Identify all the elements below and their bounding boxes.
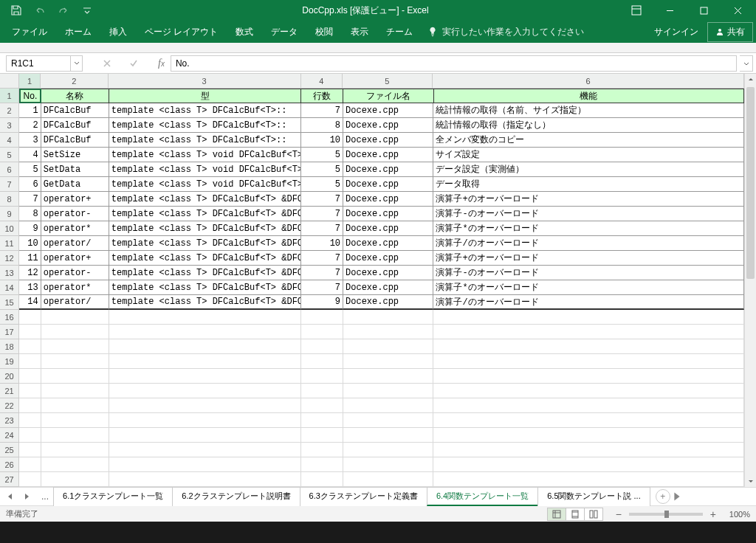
table-cell[interactable]: Docexe.cpp bbox=[343, 266, 433, 280]
tell-me-search[interactable]: 実行したい作業を入力してください bbox=[422, 26, 590, 38]
table-cell[interactable]: 演算子*のオーバーロード bbox=[433, 280, 744, 295]
empty-cell[interactable] bbox=[19, 310, 41, 325]
empty-cell[interactable] bbox=[343, 325, 433, 339]
empty-cell[interactable] bbox=[109, 325, 302, 339]
empty-cell[interactable] bbox=[41, 384, 109, 398]
empty-cell[interactable] bbox=[41, 369, 109, 384]
table-cell[interactable]: 4 bbox=[19, 148, 41, 162]
sheet-tab[interactable]: 6.2クラステンプレート説明書 bbox=[172, 487, 300, 506]
table-cell[interactable]: 8 bbox=[19, 207, 41, 221]
table-cell[interactable]: 14 bbox=[19, 295, 41, 310]
table-cell[interactable]: 2 bbox=[19, 118, 41, 133]
empty-cell[interactable] bbox=[433, 413, 744, 428]
table-cell[interactable]: Docexe.cpp bbox=[343, 103, 433, 118]
empty-cell[interactable] bbox=[433, 428, 744, 443]
redo-button[interactable] bbox=[53, 1, 74, 19]
row-header[interactable]: 7 bbox=[0, 177, 18, 192]
share-button[interactable]: 共有 bbox=[707, 22, 753, 42]
empty-cell[interactable] bbox=[41, 472, 109, 487]
table-cell[interactable]: DFCalcBuf bbox=[41, 103, 109, 118]
table-cell[interactable]: template <class T> DFCalcBuf<T> &DFCal bbox=[109, 192, 302, 207]
table-cell[interactable]: template <class T> DFCalcBuf<T> &DFCal bbox=[109, 251, 302, 266]
tab-scroll-right-button[interactable] bbox=[670, 490, 684, 503]
empty-cell[interactable] bbox=[109, 339, 302, 354]
table-cell[interactable]: 全メンバ変数のコピー bbox=[433, 133, 744, 148]
qat-customize-button[interactable] bbox=[77, 1, 97, 19]
row-header[interactable]: 22 bbox=[0, 398, 18, 413]
cell-grid[interactable]: No.名称型行数ファイル名機能1DFCalcBuftemplate <class… bbox=[19, 89, 744, 487]
empty-cell[interactable] bbox=[109, 443, 302, 457]
table-cell[interactable]: 7 bbox=[301, 251, 343, 266]
empty-cell[interactable] bbox=[41, 398, 109, 413]
table-cell[interactable]: Docexe.cpp bbox=[343, 192, 433, 207]
empty-cell[interactable] bbox=[19, 384, 41, 398]
table-cell[interactable]: operator* bbox=[41, 221, 109, 236]
name-box[interactable]: R1C1 bbox=[6, 55, 71, 72]
empty-cell[interactable] bbox=[19, 413, 41, 428]
empty-cell[interactable] bbox=[343, 354, 433, 369]
table-cell[interactable]: operator* bbox=[41, 280, 109, 295]
table-cell[interactable]: template <class T> DFCalcBuf<T> &DFCal bbox=[109, 221, 302, 236]
table-cell[interactable]: Docexe.cpp bbox=[343, 133, 433, 148]
empty-cell[interactable] bbox=[41, 443, 109, 457]
column-header[interactable]: 2 bbox=[41, 74, 109, 88]
empty-cell[interactable] bbox=[301, 472, 343, 487]
table-cell[interactable]: 7 bbox=[301, 103, 343, 118]
table-cell[interactable]: template <class T> DFCalcBuf<T>:: bbox=[109, 133, 302, 148]
empty-cell[interactable] bbox=[19, 369, 41, 384]
row-header[interactable]: 26 bbox=[0, 457, 18, 472]
row-header[interactable]: 5 bbox=[0, 148, 18, 162]
table-cell[interactable]: 演算子+のオーバーロード bbox=[433, 251, 744, 266]
table-cell[interactable]: GetData bbox=[41, 177, 109, 192]
ribbon-tab-1[interactable]: ホーム bbox=[56, 21, 100, 43]
table-cell[interactable]: Docexe.cpp bbox=[343, 177, 433, 192]
empty-cell[interactable] bbox=[433, 457, 744, 472]
empty-cell[interactable] bbox=[301, 354, 343, 369]
empty-cell[interactable] bbox=[41, 339, 109, 354]
empty-cell[interactable] bbox=[109, 354, 302, 369]
empty-cell[interactable] bbox=[109, 413, 302, 428]
ribbon-tab-7[interactable]: 表示 bbox=[342, 21, 377, 43]
empty-cell[interactable] bbox=[343, 310, 433, 325]
empty-cell[interactable] bbox=[19, 472, 41, 487]
row-header[interactable]: 4 bbox=[0, 133, 18, 148]
empty-cell[interactable] bbox=[301, 325, 343, 339]
empty-cell[interactable] bbox=[19, 398, 41, 413]
table-cell[interactable]: operator- bbox=[41, 266, 109, 280]
table-cell[interactable]: Docexe.cpp bbox=[343, 207, 433, 221]
table-cell[interactable]: 9 bbox=[19, 221, 41, 236]
maximize-button[interactable] bbox=[688, 0, 719, 21]
table-header-cell[interactable]: 型 bbox=[109, 89, 301, 103]
table-cell[interactable]: 3 bbox=[19, 133, 41, 148]
table-cell[interactable]: Docexe.cpp bbox=[343, 118, 433, 133]
page-break-view-button[interactable] bbox=[584, 508, 603, 521]
save-button[interactable] bbox=[6, 1, 27, 19]
row-header[interactable]: 13 bbox=[0, 266, 18, 280]
ribbon-display-options-button[interactable] bbox=[628, 1, 645, 19]
zoom-in-button[interactable]: + bbox=[707, 508, 719, 520]
table-cell[interactable]: 演算子/のオーバーロード bbox=[433, 295, 744, 310]
tab-nav-next-button[interactable] bbox=[22, 492, 31, 501]
table-cell[interactable]: DFCalcBuf bbox=[41, 118, 109, 133]
table-cell[interactable]: template <class T> DFCalcBuf<T> &DFCal bbox=[109, 280, 302, 295]
table-cell[interactable]: Docexe.cpp bbox=[343, 221, 433, 236]
table-cell[interactable]: template <class T> DFCalcBuf<T> &DFCal bbox=[109, 207, 302, 221]
table-header-cell[interactable]: No. bbox=[19, 89, 41, 103]
empty-cell[interactable] bbox=[109, 384, 302, 398]
table-cell[interactable]: 統計情報の取得（名前、サイズ指定） bbox=[433, 103, 744, 118]
empty-cell[interactable] bbox=[109, 457, 302, 472]
empty-cell[interactable] bbox=[433, 339, 744, 354]
row-header[interactable]: 20 bbox=[0, 369, 18, 384]
empty-cell[interactable] bbox=[433, 384, 744, 398]
table-cell[interactable]: Docexe.cpp bbox=[343, 236, 433, 251]
empty-cell[interactable] bbox=[19, 354, 41, 369]
empty-cell[interactable] bbox=[343, 398, 433, 413]
empty-cell[interactable] bbox=[41, 325, 109, 339]
column-header[interactable]: 6 bbox=[433, 74, 744, 88]
table-cell[interactable]: template <class T> void DFCalcBuf<T>:: bbox=[109, 148, 302, 162]
empty-cell[interactable] bbox=[343, 369, 433, 384]
empty-cell[interactable] bbox=[109, 310, 302, 325]
row-header[interactable]: 14 bbox=[0, 280, 18, 295]
table-cell[interactable]: 7 bbox=[301, 266, 343, 280]
empty-cell[interactable] bbox=[41, 354, 109, 369]
